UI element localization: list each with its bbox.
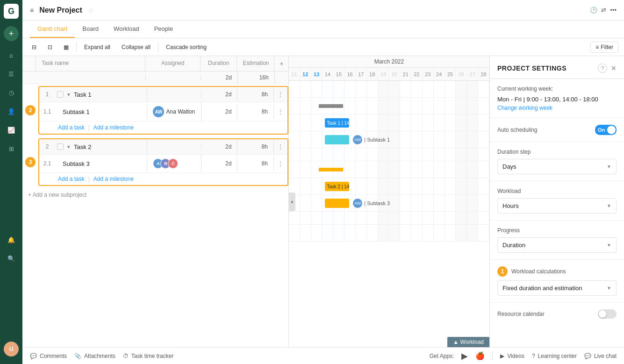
task-1-expand[interactable]: ▼ [66, 92, 71, 97]
duration-step-select[interactable]: Days ▼ [497, 159, 617, 174]
duration-step-label: Duration step [497, 149, 617, 155]
gantt-day-23: 23 [423, 68, 434, 81]
task-assigned-1-1: AW Ana Walton [147, 102, 201, 121]
videos-btn[interactable]: ▶ Videos [500, 353, 524, 359]
split-view-btn[interactable]: ⊡ [44, 42, 56, 52]
sidebar-item-search[interactable]: 🔍 [3, 250, 20, 267]
subtask-1-gantt-row-bar [325, 135, 349, 144]
subtask-more-2-1[interactable]: ⋮ [274, 156, 287, 171]
app-logo[interactable]: G [4, 4, 19, 19]
expand-all-btn[interactable]: Expand all [80, 42, 114, 52]
subtask-3-gantt-row: AW| Subtask 3 [289, 195, 489, 212]
auto-scheduling-row: Auto scheduling On [497, 125, 617, 135]
task-time-tracker-btn[interactable]: ⏱ Task time tracker [123, 353, 174, 359]
comments-icon: 💬 [30, 353, 37, 359]
task-1-label[interactable]: Task 1 [74, 91, 92, 98]
duration-step-section: Duration step Days ▼ [490, 142, 624, 181]
task-2-expand[interactable]: ▼ [66, 144, 71, 150]
task-row-1-1: 1.1 Subtask 1 AW Ana Walton 2d 8h ⋮ [39, 102, 287, 121]
subtask-1-label[interactable]: Subtask 1 [63, 108, 90, 115]
collapse-handle[interactable]: ‹ [289, 193, 295, 211]
task-group-1: 2 1 ▼ Task 1 2d 8h ⋮ [22, 86, 288, 135]
gantt-day-20: 20 [389, 68, 400, 81]
workload-btn[interactable]: ▲ Workload [447, 337, 489, 347]
progress-value: Duration [502, 242, 525, 249]
tab-workload[interactable]: Workload [106, 21, 147, 38]
task-checkbox-1[interactable] [57, 91, 64, 98]
add-button[interactable]: + [4, 26, 19, 41]
sidebar-item-list[interactable]: ☰ [3, 65, 20, 82]
sidebar-item-people[interactable]: 👤 [3, 103, 20, 120]
close-icon[interactable]: ✕ [611, 64, 617, 72]
learning-center-label: Learning center [538, 353, 577, 359]
help-icon[interactable]: ? [598, 64, 607, 73]
task-2-label[interactable]: Task 2 [74, 143, 92, 150]
tab-people[interactable]: People [147, 21, 180, 38]
task-name-1: ▼ Task 1 [53, 87, 147, 102]
logo-letter: G [8, 7, 14, 16]
table-view-btn[interactable]: ⊟ [28, 42, 40, 52]
cascade-sorting-btn[interactable]: Cascade sorting [162, 42, 210, 52]
attachments-btn[interactable]: 📎 Attachments [74, 353, 115, 359]
sidebar-item-notifications[interactable]: 🔔 [3, 232, 20, 249]
filter-btn[interactable]: ≡ Filter [590, 42, 618, 53]
star-icon[interactable]: ☆ [88, 7, 94, 14]
task-checkbox-2[interactable] [57, 143, 64, 150]
comments-label: Comments [40, 353, 67, 359]
subtask-3-label[interactable]: Subtask 3 [63, 160, 90, 167]
gantt-day-13: 13 [311, 68, 323, 81]
learning-center-btn[interactable]: ? Learning center [532, 353, 577, 359]
bottom-bar: 💬 Comments 📎 Attachments ⏱ Task time tra… [22, 347, 624, 364]
progress-select[interactable]: Duration ▼ [497, 237, 617, 253]
add-task-link-2[interactable]: Add a task [58, 176, 85, 182]
workload-select[interactable]: Hours ▼ [497, 198, 617, 214]
add-milestone-link-1[interactable]: Add a milestone [93, 124, 134, 131]
gantt-day-24: 24 [434, 68, 445, 81]
more-menu-icon[interactable]: ••• [610, 7, 617, 14]
gantt-toolbar: ⊟ ⊡ ▦ Expand all Collapse all Cascade so… [22, 38, 624, 56]
sidebar-item-analytics[interactable]: 📈 [3, 121, 20, 138]
task-1-gantt-row [289, 98, 489, 114]
play-icon[interactable]: ▶ [461, 351, 468, 361]
summary-task-cell [36, 75, 146, 80]
task-more-1[interactable]: ⋮ [274, 87, 287, 102]
badge-2: 2 [25, 105, 36, 115]
toolbar-divider-1 [76, 43, 77, 52]
resource-calendar-toggle[interactable] [598, 309, 617, 319]
add-column-btn[interactable]: + [274, 56, 288, 71]
add-subproject-btn[interactable]: + Add a new subproject [22, 188, 288, 202]
sidebar-item-grid[interactable]: ⊞ [3, 140, 20, 157]
progress-label: Progress [497, 227, 617, 234]
task-1-parent-gantt-row-bar: Task 1 | 14.03.22 - 15.03.22 [325, 118, 349, 128]
auto-scheduling-toggle[interactable]: On [595, 125, 617, 135]
task-estimation-2: 8h [237, 140, 273, 154]
subtask-more-1-1[interactable]: ⋮ [274, 104, 287, 119]
collapse-all-btn[interactable]: Collapse all [118, 42, 154, 52]
add-links-2-gantt-row [289, 212, 489, 225]
gantt-day-18: 18 [367, 68, 378, 81]
timeline-view-btn[interactable]: ▦ [60, 42, 72, 52]
task-1-border: 1 ▼ Task 1 2d 8h ⋮ 1.1 [38, 86, 288, 135]
subtask-duration-2-1: 2d [201, 157, 237, 171]
change-working-week-link[interactable]: Change working week [497, 105, 617, 111]
sidebar-item-home[interactable]: ⌂ [3, 47, 20, 64]
tab-gantt-chart[interactable]: Gantt chart [30, 21, 75, 38]
gantt-day-14: 14 [322, 68, 333, 81]
apple-icon[interactable]: 🍎 [475, 351, 485, 360]
user-avatar[interactable]: U [4, 342, 19, 357]
subtask-3-gantt-row-avatar: AW| Subtask 3 [353, 199, 390, 208]
task-more-2[interactable]: ⋮ [274, 139, 287, 154]
history-icon[interactable]: 🕐 [590, 7, 597, 14]
gantt-day-25: 25 [445, 68, 456, 81]
add-task-link-1[interactable]: Add a task [58, 124, 85, 131]
sidebar-item-calendar[interactable]: ◷ [3, 84, 20, 101]
task-name-2-1: Subtask 3 [53, 157, 147, 171]
live-chat-btn[interactable]: 💬 Live chat [584, 353, 617, 359]
comments-btn[interactable]: 💬 Comments [30, 353, 67, 359]
filter-icon[interactable]: ⇄ [601, 7, 606, 14]
add-milestone-link-2[interactable]: Add a milestone [93, 176, 134, 182]
tab-board[interactable]: Board [75, 21, 106, 38]
header-actions: 🕐 ⇄ ••• [590, 7, 617, 14]
gantt-days-header: 111213141516171819202122232425262728 [289, 68, 489, 81]
workload-calc-select[interactable]: Fixed duration and estimation ▼ [497, 280, 617, 296]
